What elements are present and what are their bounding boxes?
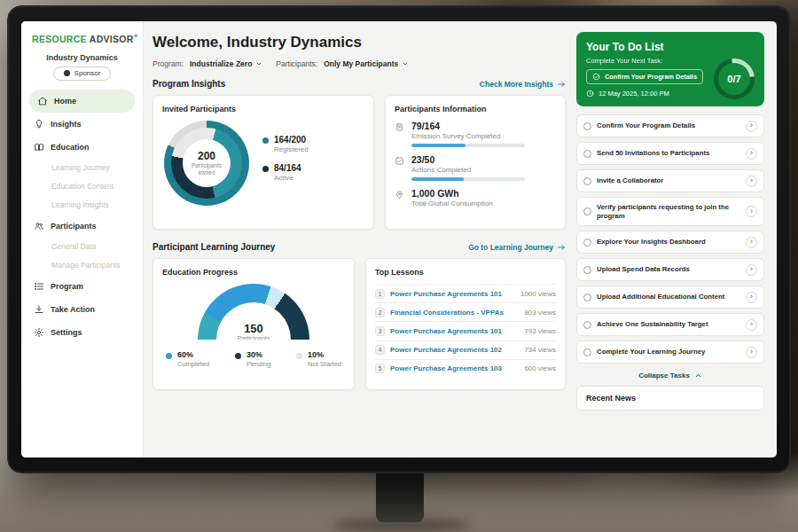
stat-emission-survey: 79/164 Emission Survey Completed: [395, 121, 556, 147]
gauge-legend: 60% Completed 30% Pending: [162, 350, 345, 368]
task-label: Upload Spend Data Records: [597, 265, 740, 274]
task-item[interactable]: Upload Additional Educational Content ›: [576, 286, 764, 309]
sidebar-item-label: Education Content: [51, 182, 113, 191]
due-date-label: 12 May 2025, 12:00 PM: [598, 90, 669, 98]
legend-value: 60%: [177, 350, 209, 359]
task-checkbox[interactable]: [583, 177, 591, 185]
task-checkbox[interactable]: [583, 150, 591, 158]
chevron-right-icon[interactable]: ›: [746, 237, 757, 248]
chevron-right-icon[interactable]: ›: [746, 319, 757, 331]
legend-label: Not Started: [308, 360, 341, 368]
sidebar-item-learning-insights[interactable]: Learning Insights: [21, 196, 143, 215]
task-label: Confirm Your Program Details: [597, 121, 740, 130]
go-to-learning-journey-link[interactable]: Go to Learning Journey: [468, 243, 566, 252]
lesson-link[interactable]: Power Purchase Agreements 101: [390, 327, 519, 335]
legend-pending: 30% Pending: [235, 350, 271, 368]
sidebar-item-learning-journey[interactable]: Learning Journey: [21, 159, 143, 177]
sidebar-item-education-content[interactable]: Education Content: [21, 177, 143, 196]
chevron-down-icon: [255, 60, 262, 67]
sidebar-item-participants[interactable]: Participants: [21, 215, 143, 238]
chevron-right-icon[interactable]: ›: [746, 292, 757, 303]
participants-select[interactable]: Only My Participants: [324, 59, 409, 68]
card-title: Participants Information: [395, 105, 556, 113]
collapse-tasks-link[interactable]: Collapse Tasks: [576, 368, 764, 386]
todo-progress-value: 0/7: [727, 74, 740, 84]
education-progress-gauge-chart: 150 Participants: [198, 284, 309, 340]
lesson-link[interactable]: Power Purchase Agreements 102: [390, 346, 519, 354]
section-title: Program Insights: [153, 79, 225, 89]
invited-participants-card: Invited Participants 200 Participants In…: [153, 95, 374, 230]
sidebar-item-label: Settings: [51, 328, 82, 337]
legend-registered: 164/200 Registered: [262, 135, 309, 153]
sidebar-item-insights[interactable]: Insights: [21, 113, 143, 136]
task-item[interactable]: Invite a Collaborator ›: [576, 169, 764, 192]
lesson-link[interactable]: Power Purchase Agreements 103: [390, 364, 519, 372]
stat-value: 23/50: [411, 154, 525, 165]
sponsor-badge-label: Sponsor: [74, 69, 101, 77]
chevron-right-icon[interactable]: ›: [746, 206, 757, 217]
task-item[interactable]: Confirm Your Program Details ›: [576, 114, 764, 137]
dashboard-screen: RESOURCE ADVISOR+ Industry Dynamics Spon…: [21, 21, 777, 458]
sidebar-item-education[interactable]: Education: [21, 136, 143, 159]
task-checkbox[interactable]: [583, 239, 591, 246]
task-checkbox[interactable]: [583, 266, 591, 274]
task-checkbox[interactable]: [583, 122, 591, 130]
learning-journey-header: Participant Learning Journey Go to Learn…: [153, 242, 566, 252]
sidebar-item-take-action[interactable]: Take Action: [21, 298, 143, 321]
todo-panel: Your To Do List Complete Your Next Task:…: [576, 32, 764, 458]
sidebar: RESOURCE ADVISOR+ Industry Dynamics Spon…: [21, 21, 144, 458]
todo-progress-ring: 0/7: [714, 59, 755, 99]
sidebar-item-settings[interactable]: Settings: [21, 321, 143, 344]
card-title: Education Progress: [162, 268, 345, 277]
chevron-right-icon[interactable]: ›: [746, 264, 757, 276]
legend-value: 30%: [246, 350, 271, 359]
task-item[interactable]: Upload Spend Data Records ›: [576, 258, 764, 281]
education-icon: [34, 142, 44, 153]
program-insights-cards: Invited Participants 200 Participants In…: [153, 95, 566, 230]
program-select[interactable]: Industrialize Zero: [190, 59, 262, 68]
task-item[interactable]: Send 50 Invitations to Participants ›: [576, 142, 764, 165]
chevron-right-icon[interactable]: ›: [746, 121, 757, 132]
chevron-right-icon[interactable]: ›: [746, 176, 757, 187]
sidebar-item-label: Manage Participants: [51, 261, 121, 270]
sidebar-item-general-data[interactable]: General Data: [21, 238, 143, 256]
lesson-views: 600 views: [524, 364, 556, 372]
task-item[interactable]: Complete Your Learning Journey ›: [576, 340, 764, 364]
sidebar-item-manage-participants[interactable]: Manage Participants: [21, 256, 143, 275]
donut-center-value: 200: [198, 150, 215, 162]
chevron-up-icon: [694, 372, 702, 379]
task-item[interactable]: Achieve One Sustainability Target ›: [576, 313, 764, 336]
next-task-chip[interactable]: Confirm Your Program Details: [586, 69, 703, 84]
lesson-rank: 4: [375, 345, 385, 355]
task-checkbox[interactable]: [583, 321, 591, 329]
todo-title: Your To Do List: [586, 41, 755, 53]
legend-label: Pending: [246, 360, 271, 368]
sidebar-item-home[interactable]: Home: [29, 90, 135, 113]
participants-select-value: Only My Participants: [324, 59, 398, 68]
gauge-arc: 150 Participants: [198, 284, 309, 340]
monitor: RESOURCE ADVISOR+ Industry Dynamics Spon…: [7, 5, 791, 473]
task-checkbox[interactable]: [583, 348, 591, 356]
check-more-insights-link[interactable]: Check More Insights: [480, 80, 566, 89]
main-content: Welcome, Industry Dynamics Program: Indu…: [144, 21, 576, 458]
chevron-right-icon[interactable]: ›: [746, 347, 757, 358]
task-checkbox[interactable]: [583, 293, 591, 301]
lesson-link[interactable]: Financial Considerations - VPPAs: [390, 309, 519, 317]
chevron-right-icon[interactable]: ›: [746, 148, 757, 160]
sidebar-item-program[interactable]: Program: [21, 275, 143, 298]
location-pin-icon: [395, 190, 404, 200]
task-item[interactable]: Verify participants requesting to join t…: [576, 197, 764, 226]
sidebar-item-label: Participants: [51, 222, 97, 231]
donut-legend: 164/200 Registered 84/164 Active: [262, 135, 309, 192]
lesson-rank: 1: [375, 289, 385, 299]
sidebar-item-label: Learning Journey: [51, 163, 110, 172]
logo-resource: RESOURCE: [32, 34, 87, 44]
sponsor-badge[interactable]: Sponsor: [53, 66, 112, 81]
task-item[interactable]: Explore Your Insights Dashboard ›: [576, 231, 764, 254]
task-checkbox[interactable]: [583, 207, 591, 215]
lesson-link[interactable]: Power Purchase Agreements 101: [390, 290, 515, 298]
sidebar-item-label: General Data: [51, 242, 97, 251]
card-title: Invited Participants: [162, 105, 364, 113]
task-label: Upload Additional Educational Content: [597, 293, 740, 301]
legend-value: 164/200: [274, 135, 309, 145]
